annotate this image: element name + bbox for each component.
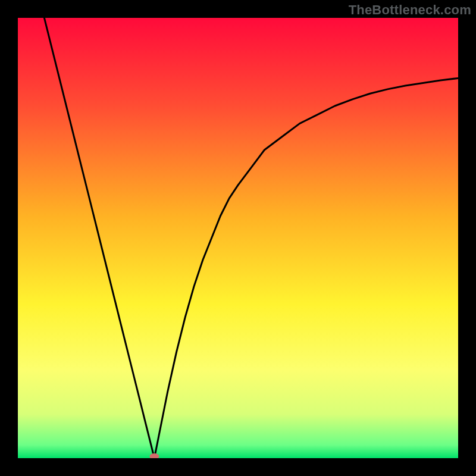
watermark-text: TheBottleneck.com [349, 2, 471, 18]
gradient-background [18, 18, 458, 458]
chart-container: TheBottleneck.com [0, 0, 476, 476]
plot-area [18, 18, 458, 458]
chart-svg [18, 18, 458, 458]
